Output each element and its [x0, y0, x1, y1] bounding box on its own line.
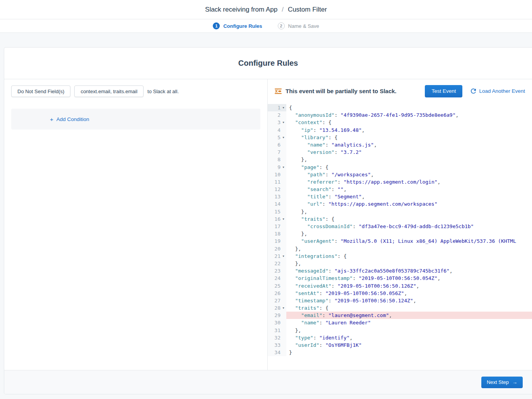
code-text[interactable]: "path": "/workspaces",	[286, 171, 532, 178]
code-text[interactable]: "receivedAt": "2019-05-10T00:56:50.126Z"…	[286, 282, 532, 290]
code-line[interactable]: 10 "path": "/workspaces",	[268, 171, 532, 178]
code-line[interactable]: 32 "type": "identify",	[268, 334, 532, 341]
code-line[interactable]: 15 },	[268, 208, 532, 215]
test-event-button[interactable]: Test Event	[425, 85, 462, 97]
code-text[interactable]: }	[286, 349, 532, 356]
page-header: Slack receiving from App/Custom Filter	[0, 0, 532, 19]
code-text[interactable]: "library": {	[286, 134, 532, 141]
code-text[interactable]: "traits": {	[286, 304, 532, 312]
line-number: 18	[274, 230, 281, 237]
code-line[interactable]: 18 },	[268, 230, 532, 237]
code-text[interactable]: },	[286, 156, 532, 163]
line-number: 20	[274, 245, 281, 252]
code-line[interactable]: 26 "sentAt": "2019-05-10T00:56:50.056Z",	[268, 290, 532, 297]
code-line[interactable]: 3▾ "context": {	[268, 119, 532, 126]
code-line[interactable]: 30 "name": "Lauren Reeder"	[268, 319, 532, 326]
code-text[interactable]: "ip": "13.54.169.48",	[286, 126, 532, 134]
code-line[interactable]: 33 "userId": "OsY6MFBj1K"	[268, 341, 532, 349]
code-line[interactable]: 1▾{	[268, 104, 532, 111]
gutter-cell: 32	[268, 334, 286, 341]
code-line[interactable]: 34}	[268, 349, 532, 356]
fold-arrow-icon[interactable]: ▾	[281, 304, 286, 312]
fold-arrow-icon[interactable]: ▾	[281, 134, 286, 141]
code-line[interactable]: 29 "email": "lauren@segment.com",	[268, 312, 532, 319]
code-line[interactable]: 19 "userAgent": "Mozilla/5.0 (X11; Linux…	[268, 237, 532, 245]
line-number: 9	[277, 164, 281, 171]
rule-fields-dropdown[interactable]: context.email, traits.email	[74, 85, 144, 97]
code-line[interactable]: 8 },	[268, 156, 532, 163]
code-text[interactable]: "integrations": {	[286, 252, 532, 260]
code-line[interactable]: 25 "receivedAt": "2019-05-10T00:56:50.12…	[268, 282, 532, 290]
line-number: 21	[274, 252, 281, 260]
line-number: 25	[274, 282, 281, 290]
code-text[interactable]: },	[286, 260, 532, 267]
code-line[interactable]: 27 "timestamp": "2019-05-10T00:56:50.124…	[268, 297, 532, 304]
code-line[interactable]: 16▾ "traits": {	[268, 215, 532, 223]
code-line[interactable]: 5▾ "library": {	[268, 134, 532, 141]
code-text[interactable]: "anonymousId": "4f9390ae-2657-4fe1-9d95-…	[286, 111, 532, 119]
code-text[interactable]: "originalTimestamp": "2019-05-10T00:56:5…	[286, 275, 532, 282]
page-title: Configure Rules	[4, 48, 532, 79]
code-line[interactable]: 21▾ "integrations": {	[268, 252, 532, 260]
load-another-event-link[interactable]: Load Another Event	[471, 88, 525, 94]
code-line[interactable]: 2 "anonymousId": "4f9390ae-2657-4fe1-9d9…	[268, 111, 532, 119]
code-line[interactable]: 7 "version": "3.7.2"	[268, 148, 532, 156]
code-line[interactable]: 23 "messageId": "ajs-33ffc2ac0a550e8f053…	[268, 267, 532, 275]
code-text[interactable]: "sentAt": "2019-05-10T00:56:50.056Z",	[286, 290, 532, 297]
code-text[interactable]: "url": "https://app.segment.com/workspac…	[286, 200, 532, 208]
code-line[interactable]: 11 "referrer": "https://app.segment.com/…	[268, 178, 532, 186]
code-text[interactable]: "type": "identify",	[286, 334, 532, 341]
add-condition-button[interactable]: + Add Condition	[50, 116, 89, 123]
code-text[interactable]: "referrer": "https://app.segment.com/log…	[286, 178, 532, 186]
next-step-button[interactable]: Next Step →	[481, 377, 523, 388]
code-text[interactable]: {	[286, 104, 532, 111]
code-text[interactable]: "userAgent": "Mozilla/5.0 (X11; Linux x8…	[286, 237, 532, 245]
code-line[interactable]: 24 "originalTimestamp": "2019-05-10T00:5…	[268, 275, 532, 282]
code-line[interactable]: 22 },	[268, 260, 532, 267]
code-text[interactable]: "timestamp": "2019-05-10T00:56:50.124Z",	[286, 297, 532, 304]
code-line[interactable]: 12 "search": "",	[268, 186, 532, 193]
code-text[interactable]: "title": "Segment",	[286, 193, 532, 200]
fold-arrow-icon[interactable]: ▾	[281, 215, 286, 223]
code-text[interactable]: "version": "3.7.2"	[286, 148, 532, 156]
code-text[interactable]: },	[286, 230, 532, 237]
code-text[interactable]: "name": "Lauren Reeder"	[286, 319, 532, 326]
code-text[interactable]: },	[286, 327, 532, 334]
code-text[interactable]: "traits": {	[286, 215, 532, 223]
fold-arrow-icon[interactable]: ▾	[281, 252, 286, 260]
code-line[interactable]: 28▾ "traits": {	[268, 304, 532, 312]
code-text[interactable]: },	[286, 245, 532, 252]
code-line[interactable]: 17 "crossDomainId": "df3a47ee-bcc9-479d-…	[268, 223, 532, 230]
json-event-editor[interactable]: 1▾{2 "anonymousId": "4f9390ae-2657-4fe1-…	[268, 103, 532, 370]
code-line[interactable]: 20 },	[268, 245, 532, 252]
breadcrumb-separator: /	[282, 6, 284, 13]
code-text[interactable]: "email": "lauren@segment.com",	[286, 312, 532, 319]
fold-arrow-icon[interactable]: ▾	[281, 119, 286, 126]
code-text[interactable]: "name": "analytics.js",	[286, 141, 532, 148]
code-line[interactable]: 4 "ip": "13.54.169.48",	[268, 126, 532, 134]
code-text[interactable]: "crossDomainId": "df3a47ee-bcc9-479d-add…	[286, 223, 532, 230]
step-name-save[interactable]: 2 Name & Save	[278, 22, 319, 29]
code-line[interactable]: 9▾ "page": {	[268, 164, 532, 171]
code-text[interactable]: "context": {	[286, 119, 532, 126]
line-number: 15	[274, 208, 281, 215]
code-line[interactable]: 31 },	[268, 327, 532, 334]
load-another-event-label: Load Another Event	[479, 88, 525, 94]
code-text[interactable]: "search": "",	[286, 186, 532, 193]
fold-arrow-icon[interactable]: ▾	[281, 164, 286, 171]
breadcrumb-current: Custom Filter	[288, 6, 327, 13]
fold-arrow-icon[interactable]: ▾	[281, 104, 286, 111]
code-text[interactable]: },	[286, 208, 532, 215]
line-number: 30	[274, 319, 281, 326]
step-configure-rules[interactable]: 1 Configure Rules	[213, 22, 262, 29]
code-text[interactable]: "userId": "OsY6MFBj1K"	[286, 341, 532, 349]
code-line[interactable]: 13 "title": "Segment",	[268, 193, 532, 200]
rule-action-dropdown[interactable]: Do Not Send Field(s)	[11, 85, 70, 97]
line-number: 23	[274, 267, 281, 275]
code-line[interactable]: 14 "url": "https://app.segment.com/works…	[268, 200, 532, 208]
code-text[interactable]: "page": {	[286, 164, 532, 171]
footer-bar: Next Step →	[4, 370, 532, 394]
code-line[interactable]: 6 "name": "analytics.js",	[268, 141, 532, 148]
line-number: 31	[274, 327, 281, 334]
code-text[interactable]: "messageId": "ajs-33ffc2ac0a550e8f053789…	[286, 267, 532, 275]
